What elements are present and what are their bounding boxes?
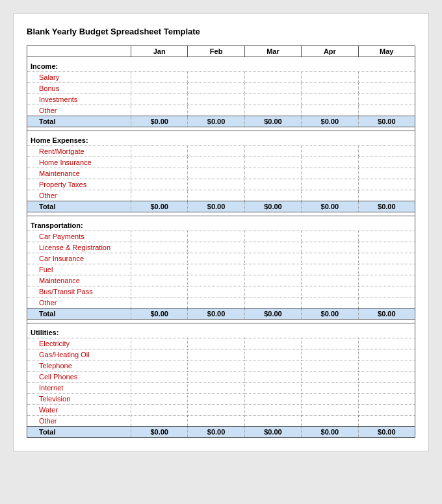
item-cell-transportation-4-4[interactable]: [358, 275, 415, 286]
item-cell-transportation-6-0[interactable]: [131, 297, 188, 309]
item-cell-transportation-1-0[interactable]: [131, 242, 188, 253]
item-cell-transportation-5-2[interactable]: [244, 286, 301, 297]
item-cell-home-3-2[interactable]: [244, 179, 301, 190]
item-cell-income-3-1[interactable]: [188, 105, 244, 116]
item-cell-income-3-2[interactable]: [244, 105, 301, 116]
item-cell-utilities-0-0[interactable]: [131, 338, 188, 349]
item-cell-transportation-2-2[interactable]: [244, 253, 301, 264]
item-cell-home-4-0[interactable]: [131, 190, 188, 201]
item-cell-utilities-4-4[interactable]: [358, 383, 415, 394]
item-cell-utilities-4-1[interactable]: [188, 383, 244, 394]
item-cell-utilities-7-3[interactable]: [302, 416, 358, 427]
item-cell-transportation-5-1[interactable]: [188, 286, 244, 297]
item-cell-income-0-3[interactable]: [302, 72, 358, 83]
item-cell-utilities-0-4[interactable]: [358, 338, 415, 349]
item-cell-transportation-6-4[interactable]: [358, 297, 415, 309]
item-cell-transportation-0-1[interactable]: [188, 231, 244, 242]
item-cell-transportation-1-4[interactable]: [358, 242, 415, 253]
item-cell-utilities-6-4[interactable]: [358, 405, 415, 416]
item-cell-utilities-1-1[interactable]: [188, 349, 244, 360]
item-cell-utilities-2-3[interactable]: [302, 360, 358, 372]
item-cell-utilities-6-2[interactable]: [244, 405, 301, 416]
item-cell-home-0-0[interactable]: [131, 146, 188, 157]
item-cell-utilities-7-0[interactable]: [131, 416, 188, 427]
item-cell-utilities-4-3[interactable]: [302, 383, 358, 394]
item-cell-transportation-3-0[interactable]: [131, 264, 188, 275]
item-cell-transportation-2-1[interactable]: [188, 253, 244, 264]
item-cell-transportation-2-4[interactable]: [358, 253, 415, 264]
item-cell-home-3-3[interactable]: [302, 179, 358, 190]
item-cell-transportation-6-3[interactable]: [302, 297, 358, 309]
item-cell-home-1-3[interactable]: [302, 157, 358, 168]
item-cell-income-1-4[interactable]: [358, 83, 415, 94]
item-cell-home-0-3[interactable]: [302, 146, 358, 157]
item-cell-transportation-1-3[interactable]: [302, 242, 358, 253]
item-cell-income-3-4[interactable]: [358, 105, 415, 116]
item-cell-home-4-2[interactable]: [244, 190, 301, 201]
item-cell-income-2-1[interactable]: [188, 94, 244, 105]
item-cell-income-0-1[interactable]: [188, 72, 244, 83]
item-cell-utilities-5-0[interactable]: [131, 394, 188, 405]
item-cell-utilities-6-0[interactable]: [131, 405, 188, 416]
item-cell-home-4-1[interactable]: [188, 190, 244, 201]
item-cell-utilities-4-0[interactable]: [131, 383, 188, 394]
item-cell-utilities-5-1[interactable]: [188, 394, 244, 405]
item-cell-utilities-1-2[interactable]: [244, 349, 301, 360]
item-cell-utilities-2-0[interactable]: [131, 360, 188, 372]
item-cell-utilities-2-2[interactable]: [244, 360, 301, 372]
item-cell-transportation-4-3[interactable]: [302, 275, 358, 286]
item-cell-utilities-2-4[interactable]: [358, 360, 415, 372]
item-cell-transportation-0-2[interactable]: [244, 231, 301, 242]
item-cell-utilities-7-4[interactable]: [358, 416, 415, 427]
item-cell-transportation-0-3[interactable]: [302, 231, 358, 242]
item-cell-income-2-2[interactable]: [244, 94, 301, 105]
item-cell-transportation-6-1[interactable]: [188, 297, 244, 309]
item-cell-home-3-1[interactable]: [188, 179, 244, 190]
item-cell-income-1-0[interactable]: [131, 83, 188, 94]
item-cell-transportation-1-2[interactable]: [244, 242, 301, 253]
item-cell-utilities-1-3[interactable]: [302, 349, 358, 360]
item-cell-utilities-2-1[interactable]: [188, 360, 244, 372]
item-cell-utilities-0-3[interactable]: [302, 338, 358, 349]
item-cell-income-1-1[interactable]: [188, 83, 244, 94]
item-cell-home-2-2[interactable]: [244, 168, 301, 179]
item-cell-utilities-3-1[interactable]: [188, 372, 244, 383]
item-cell-utilities-1-0[interactable]: [131, 349, 188, 360]
item-cell-utilities-5-4[interactable]: [358, 394, 415, 405]
item-cell-utilities-0-2[interactable]: [244, 338, 301, 349]
item-cell-home-4-3[interactable]: [302, 190, 358, 201]
item-cell-home-0-1[interactable]: [188, 146, 244, 157]
item-cell-utilities-3-0[interactable]: [131, 372, 188, 383]
item-cell-home-2-1[interactable]: [188, 168, 244, 179]
item-cell-home-0-2[interactable]: [244, 146, 301, 157]
item-cell-transportation-3-2[interactable]: [244, 264, 301, 275]
item-cell-transportation-5-0[interactable]: [131, 286, 188, 297]
item-cell-utilities-4-2[interactable]: [244, 383, 301, 394]
item-cell-home-1-4[interactable]: [358, 157, 415, 168]
item-cell-transportation-3-1[interactable]: [188, 264, 244, 275]
item-cell-home-1-2[interactable]: [244, 157, 301, 168]
item-cell-home-3-0[interactable]: [131, 179, 188, 190]
item-cell-transportation-4-1[interactable]: [188, 275, 244, 286]
item-cell-income-3-0[interactable]: [131, 105, 188, 116]
item-cell-transportation-4-2[interactable]: [244, 275, 301, 286]
item-cell-income-1-2[interactable]: [244, 83, 301, 94]
item-cell-income-0-0[interactable]: [131, 72, 188, 83]
item-cell-transportation-3-3[interactable]: [302, 264, 358, 275]
item-cell-utilities-5-2[interactable]: [244, 394, 301, 405]
item-cell-income-2-4[interactable]: [358, 94, 415, 105]
item-cell-utilities-7-2[interactable]: [244, 416, 301, 427]
item-cell-transportation-4-0[interactable]: [131, 275, 188, 286]
item-cell-utilities-3-3[interactable]: [302, 372, 358, 383]
item-cell-utilities-1-4[interactable]: [358, 349, 415, 360]
item-cell-utilities-3-2[interactable]: [244, 372, 301, 383]
item-cell-home-1-1[interactable]: [188, 157, 244, 168]
item-cell-home-0-4[interactable]: [358, 146, 415, 157]
item-cell-home-3-4[interactable]: [358, 179, 415, 190]
item-cell-income-0-2[interactable]: [244, 72, 301, 83]
item-cell-utilities-5-3[interactable]: [302, 394, 358, 405]
item-cell-transportation-3-4[interactable]: [358, 264, 415, 275]
item-cell-income-2-3[interactable]: [302, 94, 358, 105]
item-cell-transportation-2-0[interactable]: [131, 253, 188, 264]
item-cell-home-2-4[interactable]: [358, 168, 415, 179]
